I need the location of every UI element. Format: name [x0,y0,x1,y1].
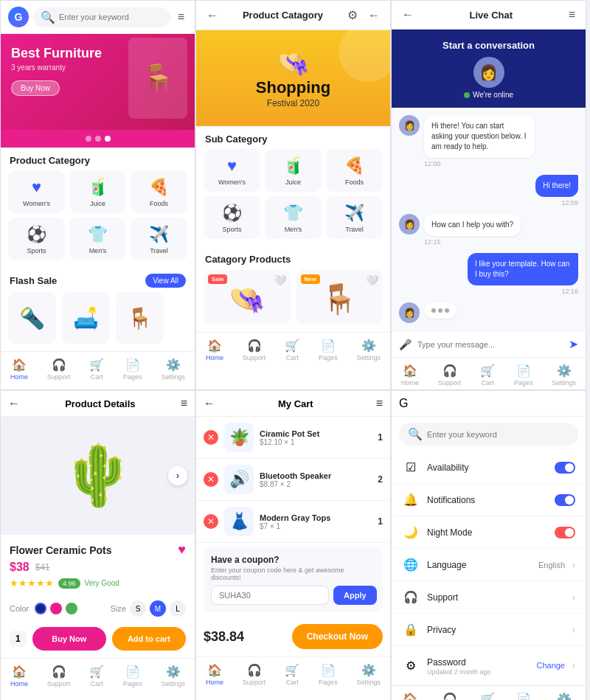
p3-nav-support[interactable]: 🎧 Support [438,364,462,387]
color-dot-green[interactable] [66,603,77,614]
panel4-back-icon[interactable]: ← [8,397,20,410]
p5-nav-cart[interactable]: 🛒 Cart [285,663,299,686]
sub-cat-mens[interactable]: 👕 Men's [265,196,322,239]
password-change-button[interactable]: Change [536,661,565,670]
heart-icon-2[interactable]: 🤍 [366,274,378,286]
language-chevron[interactable]: › [572,560,575,570]
cat-item-travel[interactable]: ✈️ Travel [131,218,187,260]
coupon-input[interactable] [211,586,329,605]
dot-1[interactable] [86,136,91,142]
color-dot-pink[interactable] [50,603,62,614]
p2-nav-pages[interactable]: 📄 Pages [319,339,338,361]
dot-3[interactable] [105,136,111,142]
setting-language[interactable]: 🌐 Language English › [392,549,586,581]
sub-cat-travel[interactable]: ✈️ Travel [326,196,383,239]
chat-input[interactable] [417,340,563,349]
p3-nav-pages[interactable]: 📄 Pages [514,364,533,387]
p5-nav-pages[interactable]: 📄 Pages [319,663,338,686]
cat-item-juice[interactable]: 🧃 Juice [69,170,126,213]
panel3-back-icon[interactable]: ← [399,7,417,23]
panel2-back-icon[interactable]: ← [204,7,221,24]
notifications-toggle[interactable] [555,494,575,506]
cart-remove-3[interactable]: ✕ [204,514,218,529]
p6-nav-pages[interactable]: 📄 Pages [514,692,533,700]
privacy-chevron[interactable]: › [572,625,575,635]
nav-home[interactable]: 🏠 Home [10,358,28,381]
sub-cat-womens[interactable]: ♥ Women's [204,149,260,192]
image-next-arrow[interactable]: › [168,466,187,485]
panel5-back-icon[interactable]: ← [204,397,215,410]
nav-cart[interactable]: 🛒 Cart [89,358,104,381]
p3-nav-home[interactable]: 🏠 Home [401,364,419,387]
send-button[interactable]: ➤ [569,337,578,351]
flash-item-1[interactable]: 🔦 [8,292,56,344]
new-badge: New [301,274,320,284]
nav-support[interactable]: 🎧 Support [47,358,71,381]
p6-nav-home[interactable]: 🏠 Home [401,692,419,700]
p4-nav-support[interactable]: 🎧 Support [47,665,71,687]
panel2-back2-icon[interactable]: ← [365,7,383,24]
flash-item-3[interactable]: 🪑 [116,292,164,344]
settings-search-input[interactable] [427,430,569,439]
password-chevron[interactable]: › [572,660,575,670]
favorite-button[interactable]: ♥ [178,542,186,558]
p4-nav-home[interactable]: 🏠 Home [10,665,28,687]
p2-nav-home[interactable]: 🏠 Home [206,339,223,361]
p6-nav-settings[interactable]: ⚙️ Settings [552,692,577,700]
menu-icon[interactable]: ≡ [175,9,187,25]
chat-messages[interactable]: 👩 Hi there! You can start asking your qu… [392,108,586,330]
hero-buy-button[interactable]: Buy Now [11,80,60,96]
p6-nav-support[interactable]: 🎧 Support [438,692,462,700]
nav-settings[interactable]: ⚙️ Settings [162,358,186,381]
checkout-button[interactable]: Checkout Now [292,624,383,649]
p5-nav-support[interactable]: 🎧 Support [243,663,266,686]
cat-item-mens[interactable]: 👕 Men's [69,218,126,260]
panel4-menu-icon[interactable]: ≡ [181,397,187,410]
p3-nav-settings[interactable]: ⚙️ Settings [552,364,577,387]
dot-2[interactable] [95,136,101,142]
p5-nav-home[interactable]: 🏠 Home [206,663,223,686]
p2-nav-support[interactable]: 🎧 Support [243,339,266,361]
sub-cat-juice[interactable]: 🧃 Juice [265,149,322,192]
p5-nav-settings[interactable]: ⚙️ Settings [357,663,381,686]
size-s[interactable]: S [130,600,146,617]
sub-cat-sports[interactable]: ⚽ Sports [204,196,260,239]
settings-search-bar[interactable]: 🔍 [399,423,578,446]
sub-cat-foods[interactable]: 🍕 Foods [326,149,383,192]
availability-toggle[interactable] [555,462,575,474]
panel3-menu-icon[interactable]: ≡ [566,7,578,23]
cat-item-womens[interactable]: ♥ Women's [8,170,65,213]
heart-icon-1[interactable]: 🤍 [274,274,286,286]
cart-remove-2[interactable]: ✕ [204,472,218,487]
buy-now-button[interactable]: Buy Now [32,627,106,651]
product-card-1[interactable]: Sale 🤍 👒 [204,270,291,325]
size-m[interactable]: M [150,600,166,617]
search-input[interactable] [59,13,163,21]
panel5-menu-icon[interactable]: ≡ [376,397,383,410]
product-card-2[interactable]: New 🤍 🪑 [296,270,384,325]
p3-nav-cart[interactable]: 🛒 Cart [480,364,495,387]
p2-nav-settings[interactable]: ⚙️ Settings [357,339,381,361]
setting-privacy[interactable]: 🔒 Privacy › [392,614,586,646]
p4-nav-pages[interactable]: 📄 Pages [123,665,142,687]
quantity-stepper[interactable]: 1 [10,631,27,647]
support-chevron[interactable]: › [572,592,575,603]
cat-item-sports[interactable]: ⚽ Sports [8,218,65,260]
view-all-button[interactable]: View All [145,274,186,288]
setting-support[interactable]: 🎧 Support › [392,581,586,614]
cat-item-foods[interactable]: 🍕 Foods [131,170,187,213]
coupon-apply-button[interactable]: Apply [333,586,377,605]
p6-nav-cart[interactable]: 🛒 Cart [480,692,495,700]
p2-nav-cart[interactable]: 🛒 Cart [285,339,299,361]
night-mode-toggle[interactable] [555,527,575,538]
search-bar[interactable]: 🔍 [33,7,170,27]
add-to-cart-button[interactable]: Add to cart [112,627,186,651]
p4-nav-cart[interactable]: 🛒 Cart [89,665,104,687]
p4-nav-settings[interactable]: ⚙️ Settings [162,665,186,687]
size-l[interactable]: L [170,600,186,617]
flash-item-2[interactable]: 🛋️ [62,292,110,344]
nav-pages[interactable]: 📄 Pages [123,358,142,381]
panel2-gear-icon[interactable]: ⚙ [344,7,361,24]
color-dot-blue[interactable] [35,603,46,614]
cart-remove-1[interactable]: ✕ [204,430,218,445]
